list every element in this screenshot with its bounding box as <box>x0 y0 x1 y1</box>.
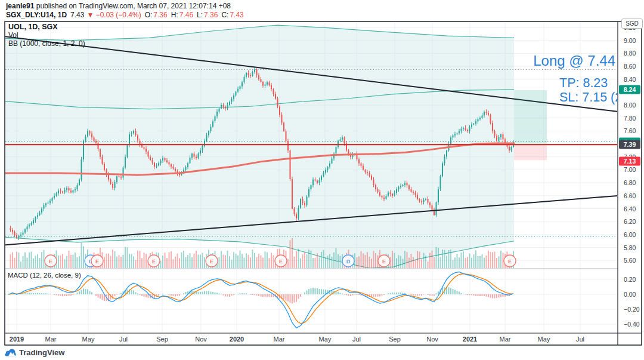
price-tick-label: 7.80 <box>624 115 636 122</box>
time-tick-label: 2020 <box>230 336 244 343</box>
time-tick-label: Nov <box>195 336 207 343</box>
svg-text:E: E <box>49 259 52 264</box>
dividend-marker[interactable]: D <box>342 255 354 267</box>
macd-tick-label: 0.00 <box>624 291 636 298</box>
price-axis-badge: 7.13 <box>619 157 640 166</box>
price-tick-label: 8.60 <box>624 63 636 70</box>
legend-volume[interactable]: Vol <box>8 31 85 39</box>
earnings-marker[interactable]: E <box>275 255 287 267</box>
macd-line <box>8 272 513 328</box>
position-profit-zone <box>514 90 547 144</box>
macd-pane-legend[interactable]: MACD (12, 26, close, 9) <box>8 272 81 279</box>
time-tick-label: Mar <box>45 336 57 343</box>
currency-badge[interactable]: SGD <box>621 19 643 29</box>
macd-tick-label: −0.40 <box>624 321 640 328</box>
price-tick-label: 5.80 <box>624 244 636 251</box>
earnings-marker[interactable]: E <box>148 255 160 267</box>
earnings-marker[interactable]: E <box>45 255 57 267</box>
macd-pane <box>8 272 513 328</box>
tradingview-logo-icon <box>5 349 16 356</box>
price-tick-label: 5.60 <box>624 257 636 264</box>
svg-text:E: E <box>95 259 99 264</box>
watermark-label: TradingView <box>19 348 64 357</box>
main-pane: EDEEEEDEE <box>5 25 618 268</box>
price-tick-label: 8.80 <box>624 50 636 57</box>
price-tick-label: 7.00 <box>624 166 636 173</box>
time-axis[interactable]: 2019MarMayJulSepNov2020MarMayJulSepNov20… <box>5 333 618 345</box>
legend-bollinger[interactable]: BB (1000, close, 1, 2, 0) <box>8 39 85 48</box>
price-tick-label: 6.80 <box>624 179 636 186</box>
time-tick-label: 2019 <box>10 336 24 343</box>
legend-symbol[interactable]: UOL, 1D, SGX <box>8 23 85 31</box>
price-tick-label: 9.00 <box>624 37 636 44</box>
macd-tick-label: −0.20 <box>624 306 640 313</box>
price-axis-badge: 7.39 <box>619 140 640 149</box>
svg-text:D: D <box>346 259 351 264</box>
svg-text:E: E <box>382 259 386 264</box>
svg-text:E: E <box>508 259 512 264</box>
time-tick-label: 2021 <box>463 336 477 343</box>
main-pane-legend[interactable]: UOL, 1D, SGX Vol BB (1000, close, 1, 2, … <box>8 23 85 48</box>
svg-text:E: E <box>152 259 156 264</box>
price-tick-label: 8.40 <box>624 76 636 83</box>
earnings-marker[interactable]: E <box>91 255 103 267</box>
time-tick-label: Sep <box>156 336 168 343</box>
price-tick-label: 8.00 <box>624 101 636 109</box>
time-tick-label: Jul <box>352 336 361 343</box>
price-tick-label: 6.20 <box>624 218 636 225</box>
time-tick-label: May <box>319 336 332 343</box>
price-tick-label: 6.60 <box>624 192 636 199</box>
price-axis[interactable]: 9.209.008.808.608.408.007.807.607.207.00… <box>618 21 642 345</box>
price-axis-badge: 8.24 <box>619 85 640 94</box>
time-tick-label: Nov <box>426 336 438 343</box>
tradingview-published-chart: { "header": { "author": "jeanle91", "pub… <box>0 0 644 360</box>
position-loss-zone <box>514 144 547 160</box>
time-tick-label: Jul <box>119 336 128 343</box>
tradingview-watermark[interactable]: TradingView <box>5 347 64 358</box>
time-tick-label: May <box>82 336 95 343</box>
svg-text:E: E <box>279 259 283 264</box>
time-tick-label: Mar <box>500 336 511 343</box>
price-tick-label: 6.40 <box>624 205 636 213</box>
chart-canvas[interactable]: EDEEEEDEE <box>0 0 644 360</box>
macd-tick-label: 0.20 <box>624 276 636 283</box>
time-tick-label: May <box>538 336 550 343</box>
svg-text:E: E <box>210 259 213 264</box>
price-tick-label: 7.60 <box>624 127 636 134</box>
time-tick-label: Sep <box>389 336 401 343</box>
earnings-marker[interactable]: E <box>206 255 218 267</box>
macd-signal-line <box>8 274 513 324</box>
time-tick-label: Mar <box>274 336 285 343</box>
price-tick-label: 6.00 <box>624 231 636 238</box>
earnings-marker[interactable]: E <box>504 255 516 267</box>
earnings-marker[interactable]: E <box>378 255 390 267</box>
time-tick-label: Jul <box>576 336 584 343</box>
